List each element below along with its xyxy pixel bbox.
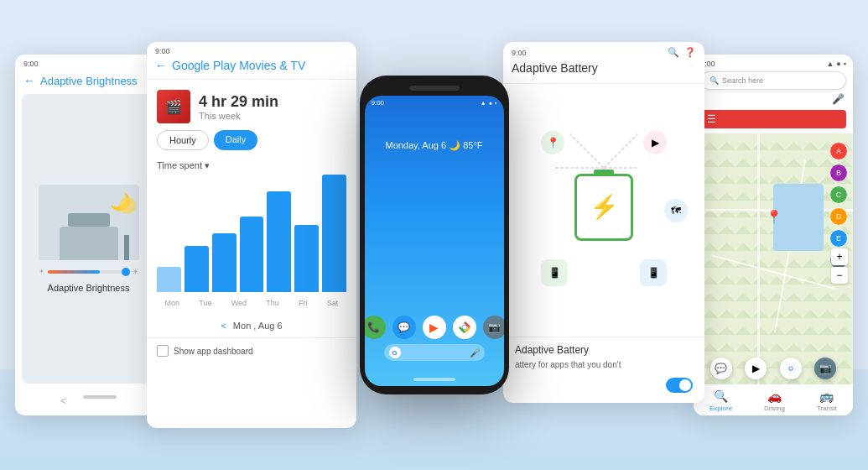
maps-battery: ▪ [844,60,846,68]
maps-search-bar[interactable]: 🔍 Search here [700,71,846,90]
phone-search-bar[interactable]: G 🎤 [384,344,485,361]
movies-thumbnail: 🎬 [157,90,190,123]
transit-icon: 🚌 [819,389,834,403]
brightness-back-button[interactable]: ← [23,74,35,87]
maps-status-bar: 9:00 ▲ ● ▪ [694,55,853,70]
movies-duration-row: 🎬 4 hr 29 min This week [157,90,346,123]
battery-toggle-row [503,378,704,403]
battery-toggle[interactable] [666,378,693,393]
zoom-out-button[interactable]: − [831,267,848,284]
card-brightness: 9:00 ← Adaptive Brightness 🌙 ☀ [15,55,162,415]
movies-content: 🎬 4 hr 29 min This week Hourly Daily Tim… [147,80,356,314]
tab-daily[interactable]: Daily [214,130,257,150]
nav-date: Mon , Aug 6 [233,321,283,331]
svg-point-9 [789,367,793,370]
phone-time: 9:00 [372,99,385,107]
brightness-header: ← Adaptive Brightness [15,70,162,94]
movies-header: ← Google Play Movies & TV [147,57,356,80]
maps-mic-row: 🎤 [700,93,846,105]
battery-help-icon[interactable]: ❓ [684,47,696,58]
signal-icon: ▲ [481,100,486,106]
phone-app-messages[interactable]: 💬 [392,316,416,339]
slider-thumb[interactable] [122,268,130,276]
movies-back-button[interactable]: ← [155,59,167,72]
hamburger-icon: ☰ [707,113,716,125]
chart-bar-2 [185,246,209,292]
filter-label: Time spent ▾ [157,160,210,171]
avatar-4: D [829,207,848,226]
maps-top: 🔍 Search here 🎤 ☰ [694,70,853,133]
movies-title: Google Play Movies & TV [172,59,305,72]
slider-fill [48,270,100,274]
app-icon-google: 🗺 [664,199,688,222]
movies-period: This week [199,111,278,121]
movies-status-time: 9:00 [155,47,170,55]
scene: 9:00 ← Adaptive Brightness 🌙 ☀ [0,0,868,470]
movies-filter[interactable]: Time spent ▾ [157,160,346,171]
phone-app-play[interactable]: ▶ [423,316,446,339]
mic-icon: 🎤 [470,348,480,358]
maps-menu-bar[interactable]: ☰ [700,110,846,128]
movies-tabs: Hourly Daily [157,130,346,150]
maps-status-icons: ▲ ● ▪ [826,60,846,68]
zoom-in-button[interactable]: + [831,248,848,265]
chart-bar-4 [240,217,264,292]
driving-icon: 🚗 [767,389,782,403]
battery-status-icons: 🔍 ❓ [668,47,696,58]
chart-x-labels: Mon Tue Wed Thu Fri Sat [157,299,346,307]
maps-tab-explore[interactable]: 🔍 Explore [709,389,732,412]
maps-mic-icon[interactable]: 🎤 [832,93,845,105]
sun-icon: ☀ [39,268,44,275]
chart-bar-3 [212,233,236,292]
tab-hourly[interactable]: Hourly [157,130,209,150]
footer-label: Show app dashboard [174,347,253,356]
brightness-label: Adaptive Brightness [48,283,130,293]
nav-indicator [83,395,117,399]
back-nav-icon[interactable]: < [60,395,66,407]
battery-status-bar: 9:00 🔍 ❓ [503,42,704,60]
dock-messages[interactable]: 💬 [710,358,732,379]
phone-weather-date: Monday, Aug 6 🌙 85°F [365,140,504,151]
battery-status-time: 9:00 [512,49,527,57]
battery-info: Adaptive Battery attery for apps that yo… [503,337,704,378]
phone-notch [409,86,460,91]
battery-header: Adaptive Battery [503,60,704,84]
movies-footer[interactable]: Show app dashboard [147,337,356,363]
movies-time-info: 4 hr 29 min This week [199,93,278,121]
maps-wifi: ● [836,60,840,68]
label-mon: Mon [165,299,180,307]
battery-center: ⚡ [574,174,633,241]
dock-play[interactable]: ▶ [745,358,767,379]
maps-search-placeholder: Search here [722,76,763,85]
battery-search-icon[interactable]: 🔍 [668,47,679,58]
phone-app-chrome[interactable] [453,316,476,339]
map-road-2 [757,133,760,384]
maps-tab-transit[interactable]: 🚌 Transit [817,389,837,412]
chart-bar-6 [294,225,319,292]
phone-apps-row: 📞 💬 ▶ 📷 [365,316,504,339]
avatar-5: E [829,229,848,248]
phone-weather: Monday, Aug 6 🌙 85°F [365,140,504,151]
dock-chrome[interactable] [780,358,802,379]
phone-app-phone[interactable]: 📞 [365,316,386,339]
avatar-2: B [829,164,848,182]
label-thu: Thu [266,299,279,307]
phone-home-indicator[interactable] [413,378,455,381]
wifi-icon: ● [489,100,492,106]
driving-label: Driving [764,405,785,412]
maps-dock: 💬 ▶ 📷 [694,358,853,379]
maps-search-icon: 🔍 [709,76,719,85]
avatar-3: C [829,185,848,204]
phone-app-camera[interactable]: 📷 [483,316,504,339]
battery-illustration: 🗺 ▶ 📍 📱 📱 ⚡ [503,84,704,337]
brightness-slider[interactable]: ☀ ☀ [39,267,139,276]
maps-zoom-controls: + − [831,248,848,284]
nav-prev[interactable]: < [221,321,226,331]
dock-camera[interactable]: 📷 [814,358,836,379]
card-movies: 9:00 ← Google Play Movies & TV 🎬 4 hr 29… [147,42,356,428]
brightness-footer: < [15,390,162,415]
brightness-status-time: 9:00 [23,60,39,68]
label-fri: Fri [299,299,308,307]
maps-tab-driving[interactable]: 🚗 Driving [764,389,785,412]
google-logo: G [389,347,401,358]
